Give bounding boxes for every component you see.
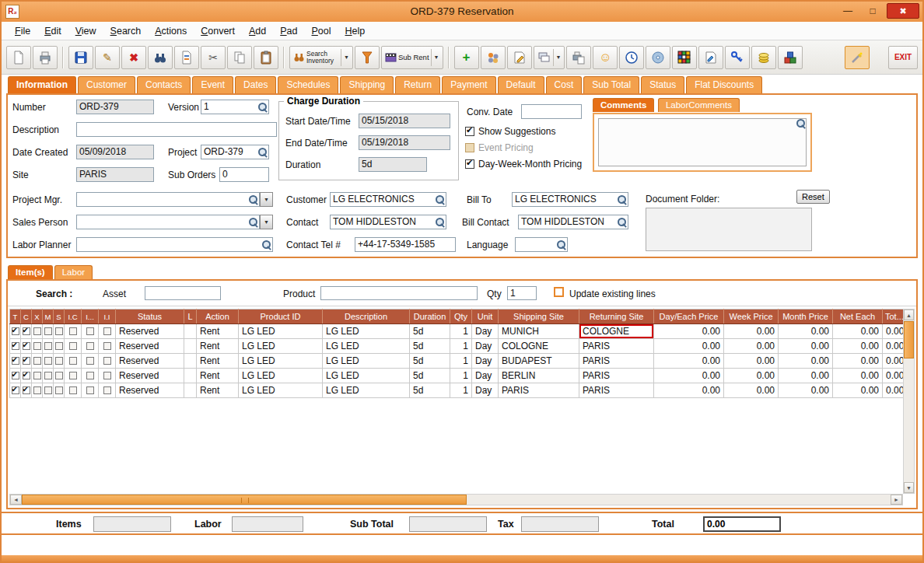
row-flag-checkbox[interactable] [10, 339, 21, 354]
column-header-t[interactable]: T [10, 309, 21, 324]
row-flag-checkbox[interactable] [32, 324, 43, 339]
menu-file[interactable]: File [8, 23, 37, 39]
cell-day-each-price[interactable]: 0.00 [654, 369, 724, 383]
cell-qty[interactable]: 1 [450, 324, 472, 339]
sales-person-field[interactable] [76, 215, 260, 229]
row-flag-checkbox[interactable] [82, 369, 99, 383]
exit-button[interactable]: EXIT [888, 46, 918, 69]
cell-month-price[interactable]: 0.00 [779, 369, 833, 383]
row-flag-checkbox[interactable] [54, 383, 65, 398]
cell-description[interactable]: LG LED [323, 354, 410, 369]
dwm-pricing-checkbox[interactable]: Day-Week-Month Pricing [465, 159, 582, 170]
smiley-button[interactable]: ☺ [593, 46, 618, 69]
project-lookup-icon[interactable] [257, 147, 268, 157]
cell-shipping-site[interactable]: BUDAPEST [499, 354, 579, 369]
vertical-scrollbar[interactable]: ▲ ▼ [903, 309, 915, 494]
cell-returning-site[interactable]: COLOGNE [579, 324, 654, 339]
copy-special-button[interactable] [174, 46, 199, 69]
row-flag-checkbox[interactable] [82, 354, 99, 369]
labor-planner-lookup-icon[interactable] [261, 240, 271, 250]
row-flag-checkbox[interactable] [99, 354, 116, 369]
row-flag-checkbox[interactable] [21, 383, 32, 398]
tab-information[interactable]: Information [8, 76, 76, 93]
end-date-field[interactable]: 05/19/2018 [359, 135, 450, 150]
sales-person-dropdown-button[interactable]: ▼ [260, 215, 273, 229]
cell-tot[interactable]: 0.00 [883, 369, 905, 383]
print-preview-button[interactable] [566, 46, 591, 69]
cell-l[interactable] [184, 369, 197, 383]
cell-duration[interactable]: 5d [410, 339, 450, 354]
row-flag-checkbox[interactable] [32, 369, 43, 383]
cell-day-each-price[interactable]: 0.00 [654, 383, 724, 398]
tax-field[interactable] [521, 516, 599, 532]
cell-product-id[interactable]: LG LED [239, 339, 323, 354]
horizontal-scrollbar[interactable]: ◄ ► [9, 494, 903, 505]
row-flag-checkbox[interactable] [65, 339, 82, 354]
cell-qty[interactable]: 1 [450, 383, 472, 398]
labor-planner-field[interactable] [76, 237, 273, 252]
cell-description[interactable]: LG LED [323, 383, 410, 398]
row-flag-checkbox[interactable] [21, 324, 32, 339]
cell-month-price[interactable]: 0.00 [779, 339, 833, 354]
add-button[interactable]: + [454, 46, 479, 69]
cell-week-price[interactable]: 0.00 [724, 354, 779, 369]
close-button[interactable]: ✖ [887, 3, 919, 19]
row-flag-checkbox[interactable] [21, 339, 32, 354]
cell-unit[interactable]: Day [472, 369, 499, 383]
cell-qty[interactable]: 1 [450, 369, 472, 383]
cell-tot[interactable]: 0.00 [883, 354, 905, 369]
rubik-button[interactable] [672, 46, 697, 69]
cell-l[interactable] [184, 354, 197, 369]
menu-help[interactable]: Help [338, 23, 373, 39]
menu-view[interactable]: View [68, 23, 103, 39]
column-header-shipping-site[interactable]: Shipping Site [499, 309, 579, 324]
print-button[interactable] [33, 46, 58, 69]
cell-action[interactable]: Rent [197, 383, 239, 398]
cell-unit[interactable]: Day [472, 324, 499, 339]
contact-field[interactable]: TOM HIDDLESTON [330, 215, 446, 229]
asset-input[interactable] [145, 286, 221, 300]
cell-qty[interactable]: 1 [450, 339, 472, 354]
horizontal-scroll-thumb[interactable] [22, 495, 467, 505]
tab-cost[interactable]: Cost [546, 76, 583, 93]
column-header-description[interactable]: Description [323, 309, 410, 324]
row-flag-checkbox[interactable] [43, 339, 54, 354]
comments-textarea[interactable] [598, 118, 807, 166]
search-inventory-button[interactable]: Search Inventory ▼ [289, 46, 353, 69]
cell-returning-site[interactable]: PARIS [579, 339, 654, 354]
cell-tot[interactable]: 0.00 [883, 324, 905, 339]
cell-week-price[interactable]: 0.00 [724, 369, 779, 383]
row-flag-checkbox[interactable] [43, 369, 54, 383]
conv-date-field[interactable] [521, 104, 582, 119]
tab-customer[interactable]: Customer [78, 76, 135, 93]
row-flag-checkbox[interactable] [54, 354, 65, 369]
cell-description[interactable]: LG LED [323, 339, 410, 354]
document-folder-box[interactable] [646, 208, 812, 251]
magic-wand-button[interactable] [845, 46, 870, 69]
column-header-i-i[interactable]: I.I [99, 309, 116, 324]
row-flag-checkbox[interactable] [32, 339, 43, 354]
tab-schedules[interactable]: Schedules [278, 76, 338, 93]
column-header-action[interactable]: Action [197, 309, 239, 324]
cell-action[interactable]: Rent [197, 354, 239, 369]
column-header-returning-site[interactable]: Returning Site [579, 309, 654, 324]
cell-product-id[interactable]: LG LED [239, 369, 323, 383]
column-header-x[interactable]: X [32, 309, 43, 324]
delete-button[interactable]: ✖ [121, 46, 146, 69]
column-header-unit[interactable]: Unit [472, 309, 499, 324]
cut-button[interactable]: ✂ [201, 46, 226, 69]
disc-button[interactable] [646, 46, 670, 69]
cards-button[interactable]: ▼ [534, 46, 565, 69]
update-existing-lines-checkbox[interactable] [554, 287, 564, 297]
cell-action[interactable]: Rent [197, 369, 239, 383]
row-flag-checkbox[interactable] [54, 324, 65, 339]
edit-note-button[interactable] [507, 46, 532, 69]
row-flag-checkbox[interactable] [43, 324, 54, 339]
cell-qty[interactable]: 1 [450, 354, 472, 369]
paste-button[interactable] [254, 46, 278, 69]
new-document-button[interactable] [6, 46, 31, 69]
row-flag-checkbox[interactable] [99, 324, 116, 339]
menu-pad[interactable]: Pad [273, 23, 304, 39]
date-created-field[interactable]: 05/09/2018 [76, 145, 154, 159]
cell-week-price[interactable]: 0.00 [724, 324, 779, 339]
